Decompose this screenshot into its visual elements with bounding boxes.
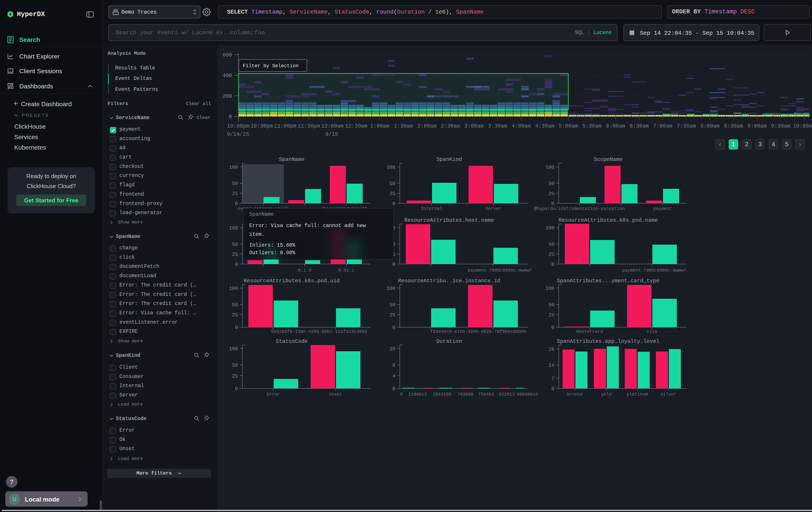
svg-text:200: 200	[223, 93, 232, 99]
svg-text:Unset: Unset	[329, 392, 342, 397]
svg-text:0: 0	[551, 262, 554, 267]
svg-text:5:30am: 5:30am	[582, 123, 602, 129]
svg-text:2:00am: 2:00am	[417, 123, 436, 129]
svg-text:bronze: bronze	[567, 392, 583, 397]
svg-text:0: 0	[229, 114, 232, 120]
svg-text:Internal: Internal	[421, 206, 442, 211]
svg-text:0: 0	[393, 262, 395, 267]
svg-text:8:30am: 8:30am	[724, 123, 743, 129]
svg-text:visa: visa	[646, 329, 657, 334]
svg-text:0: 0	[393, 386, 395, 392]
svg-text:50: 50	[232, 242, 238, 247]
svg-text:ScopeName: ScopeName	[594, 157, 622, 162]
svg-text:1:00am: 1:00am	[370, 123, 389, 129]
svg-text:822013: 822013	[499, 392, 515, 397]
svg-text:0: 0	[235, 386, 238, 392]
svg-text:6:30am: 6:30am	[630, 123, 649, 129]
svg-text:28: 28	[549, 347, 554, 352]
svg-text:50: 50	[232, 362, 238, 368]
svg-text:100: 100	[545, 225, 554, 231]
svg-text:0: 0	[551, 201, 554, 207]
svg-text:Error: Error	[267, 392, 280, 397]
svg-text:platinum: platinum	[627, 392, 648, 397]
svg-text:703098: 703098	[457, 392, 473, 397]
svg-text:12:30am: 12:30am	[345, 123, 368, 129]
svg-text:0: 0	[235, 201, 238, 207]
svg-text:7: 7	[551, 376, 554, 381]
svg-text:25: 25	[549, 191, 554, 196]
svg-text:9/14/25: 9/14/25	[227, 131, 249, 137]
svg-text:25: 25	[232, 252, 238, 257]
svg-text:25: 25	[549, 252, 554, 257]
svg-text:f5344ec9-a1ea-4290-a62a-78f5be: f5344ec9-a1ea-4290-a62a-78f5bee8d90b	[430, 329, 526, 334]
svg-text:1198813: 1198813	[408, 392, 427, 397]
svg-text:SpanAttributes...yment.card_ty: SpanAttributes...yment.card_type	[557, 278, 660, 284]
svg-text:100: 100	[229, 286, 238, 291]
svg-text:25: 25	[232, 191, 238, 196]
svg-text:1:30am: 1:30am	[394, 123, 413, 129]
svg-text:25: 25	[232, 312, 238, 318]
svg-text:5e02b5fb-13ae-4296-bbbc-111f42: 5e02b5fb-13ae-4296-bbbc-111f423c460d	[271, 329, 367, 334]
svg-text:11:00pm: 11:00pm	[274, 123, 297, 129]
svg-text:10:30pm: 10:30pm	[251, 123, 273, 129]
svg-text:Duration: Duration	[436, 339, 462, 344]
svg-text:StatusCode: StatusCode	[276, 339, 308, 344]
svg-text:9:30am: 9:30am	[771, 123, 790, 129]
svg-text:payment: payment	[653, 206, 672, 211]
svg-text:0: 0	[551, 386, 554, 392]
svg-text:25: 25	[232, 374, 238, 379]
svg-text:8:00am: 8:00am	[700, 123, 720, 129]
svg-text:SpanKind: SpanKind	[436, 157, 462, 162]
svg-text:gold: gold	[601, 392, 612, 397]
svg-text:0: 0	[400, 392, 403, 397]
svg-text:10:00am: 10:00am	[793, 123, 812, 129]
svg-text:payment-7985c8969c-mwmw7: payment-7985c8969c-mwmw7	[468, 268, 532, 273]
svg-text:0: 0	[235, 262, 238, 267]
svg-text:2944180: 2944180	[433, 392, 452, 397]
svg-text:50: 50	[389, 181, 395, 187]
svg-text:0: 0	[235, 325, 238, 330]
svg-text:100: 100	[229, 225, 238, 231]
svg-text:9/15: 9/15	[325, 131, 338, 137]
svg-text:11:30pm: 11:30pm	[298, 123, 320, 129]
svg-text:6:00am: 6:00am	[606, 123, 625, 129]
svg-text:100: 100	[229, 346, 238, 352]
svg-text:ResourceAttribu..ice.instance.: ResourceAttribu..ice.instance.id	[398, 278, 500, 284]
svg-text:100: 100	[545, 286, 554, 291]
svg-text:25: 25	[389, 191, 395, 196]
svg-text:4:30am: 4:30am	[535, 123, 554, 129]
svg-text:7:30am: 7:30am	[677, 123, 696, 129]
svg-text:25: 25	[389, 312, 395, 318]
svg-text:100: 100	[386, 165, 395, 170]
svg-text:50: 50	[549, 181, 554, 187]
svg-text:payment-7985c8969c-mwmw7: payment-7985c8969c-mwmw7	[622, 268, 686, 273]
svg-text:Server: Server	[485, 206, 501, 211]
svg-text:9:00am: 9:00am	[748, 123, 766, 129]
svg-text:Filter by Selection: Filter by Selection	[243, 63, 299, 69]
svg-text:0.51.1: 0.51.1	[338, 268, 354, 273]
svg-text:5:00am: 5:00am	[559, 123, 578, 129]
svg-text:100: 100	[386, 286, 395, 291]
svg-text:759483: 759483	[478, 392, 494, 397]
svg-text:8: 8	[393, 362, 395, 368]
svg-text:16: 16	[389, 346, 395, 352]
svg-text:400: 400	[223, 73, 232, 79]
svg-text:0: 0	[551, 325, 554, 330]
svg-text:50: 50	[549, 242, 554, 247]
svg-text:4: 4	[393, 374, 395, 379]
svg-text:0: 0	[393, 201, 395, 207]
svg-text:600: 600	[223, 52, 232, 58]
svg-text:50: 50	[389, 302, 395, 308]
svg-text:mastercard: mastercard	[576, 329, 603, 334]
svg-text:0: 0	[393, 325, 395, 330]
svg-text:SpanAttributes.app.loyalty.lev: SpanAttributes.app.loyalty.level	[557, 339, 660, 344]
svg-text:silver: silver	[660, 392, 676, 397]
svg-text:14: 14	[549, 363, 554, 369]
svg-text:ResourceAttributes.k8s.pod.uid: ResourceAttributes.k8s.pod.uid	[244, 278, 340, 284]
svg-text:50: 50	[232, 302, 238, 308]
svg-text:10:00pm: 10:00pm	[227, 123, 250, 129]
svg-text:ResourceAttributes.k8s.pod.nam: ResourceAttributes.k8s.pod.name	[558, 217, 658, 223]
svg-text:99930810: 99930810	[517, 392, 538, 397]
svg-text:12:00am: 12:00am	[321, 123, 344, 129]
svg-text:100: 100	[545, 165, 554, 170]
